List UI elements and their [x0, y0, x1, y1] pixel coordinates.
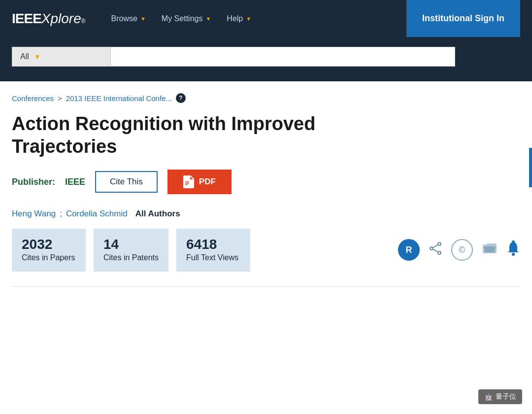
logo-ieee: IEEE: [12, 11, 41, 27]
nav-help-label: Help: [227, 14, 243, 23]
nav-browse[interactable]: Browse ▼: [105, 10, 152, 27]
folder-icon[interactable]: [482, 242, 498, 258]
search-input[interactable]: [110, 47, 455, 67]
svg-rect-2: [185, 181, 189, 182]
breadcrumb: Conferences > 2013 IEEE International Co…: [12, 93, 520, 103]
bottom-divider: [12, 286, 520, 287]
main-nav: Browse ▼ My Settings ▼ Help ▼: [105, 10, 406, 27]
cites-in-papers-number: 2032: [22, 237, 76, 252]
search-category-select[interactable]: All ▼: [12, 47, 110, 67]
svg-rect-3: [185, 183, 189, 184]
all-authors-button[interactable]: All Authors: [135, 209, 180, 219]
breadcrumb-conferences[interactable]: Conferences: [12, 94, 54, 103]
author-heng-wang[interactable]: Heng Wang: [12, 209, 56, 219]
nav-my-settings-label: My Settings: [162, 14, 203, 23]
copyright-icon[interactable]: ©: [451, 239, 473, 261]
cites-in-papers-label: Cites in Papers: [22, 253, 75, 262]
breadcrumb-conference-name[interactable]: 2013 IEEE International Confe...: [66, 94, 172, 103]
stats-row: 2032 Cites in Papers 14 Cites in Patents…: [12, 229, 250, 271]
chevron-down-icon: ▼: [205, 16, 211, 22]
search-area: All ▼: [0, 37, 532, 81]
full-text-views-card: 6418 Full Text Views: [176, 229, 250, 271]
svg-point-10: [512, 253, 515, 256]
authors-row: Heng Wang ; Cordelia Schmid All Authors: [12, 209, 520, 219]
cites-in-patents-card: 14 Cites in Patents: [94, 229, 168, 271]
pdf-file-icon: [183, 175, 194, 188]
pdf-button-label: PDF: [199, 177, 216, 187]
cites-in-papers-card: 2032 Cites in Papers: [12, 229, 86, 271]
svg-point-5: [438, 242, 441, 245]
cites-in-patents-number: 14: [103, 237, 159, 252]
svg-rect-11: [512, 241, 515, 242]
breadcrumb-separator: >: [58, 94, 62, 103]
publisher-label: Publisher:: [12, 177, 55, 187]
svg-line-9: [433, 249, 438, 252]
stats-and-icons: 2032 Cites in Papers 14 Cites in Patents…: [12, 229, 520, 271]
chevron-down-icon: ▼: [34, 53, 41, 61]
institutional-sign-in-button[interactable]: Institutional Sign In: [406, 0, 520, 37]
scrollbar[interactable]: [529, 148, 532, 187]
full-text-views-number: 6418: [186, 237, 240, 252]
full-text-views-label: Full Text Views: [186, 253, 238, 262]
chevron-down-icon: ▼: [140, 16, 146, 22]
logo-reg: ®: [81, 18, 86, 25]
content-area: Conferences > 2013 IEEE International Co…: [0, 81, 532, 307]
logo: IEEE Xplore ®: [12, 11, 86, 27]
r-icon[interactable]: R: [398, 239, 420, 261]
action-icons: R ©: [398, 239, 520, 261]
author-separator: ;: [60, 209, 62, 219]
publisher-value: IEEE: [65, 177, 85, 187]
svg-point-6: [430, 247, 433, 250]
nav-browse-label: Browse: [111, 14, 137, 23]
svg-marker-1: [190, 176, 193, 179]
share-icon[interactable]: [429, 242, 442, 258]
author-cordelia-schmid[interactable]: Cordelia Schmid: [66, 209, 128, 219]
cite-this-button[interactable]: Cite This: [95, 171, 158, 193]
bell-icon[interactable]: [506, 241, 520, 259]
nav-help[interactable]: Help ▼: [221, 10, 257, 27]
publisher-row: Publisher: IEEE Cite This PDF: [12, 170, 520, 194]
search-bar: All ▼: [12, 47, 455, 67]
header: IEEE Xplore ® Browse ▼ My Settings ▼ Hel…: [0, 0, 532, 37]
search-category-value: All: [20, 52, 29, 61]
svg-line-8: [433, 245, 438, 248]
logo-xplore: Xplore: [41, 11, 81, 27]
pdf-button[interactable]: PDF: [167, 170, 232, 194]
help-icon[interactable]: ?: [176, 93, 186, 103]
chevron-down-icon: ▼: [246, 16, 251, 22]
svg-point-7: [438, 251, 441, 254]
nav-my-settings[interactable]: My Settings ▼: [156, 10, 217, 27]
svg-rect-4: [185, 184, 188, 185]
page-title: Action Recognition with Improved Traject…: [12, 113, 416, 158]
cites-in-patents-label: Cites in Patents: [103, 253, 159, 262]
